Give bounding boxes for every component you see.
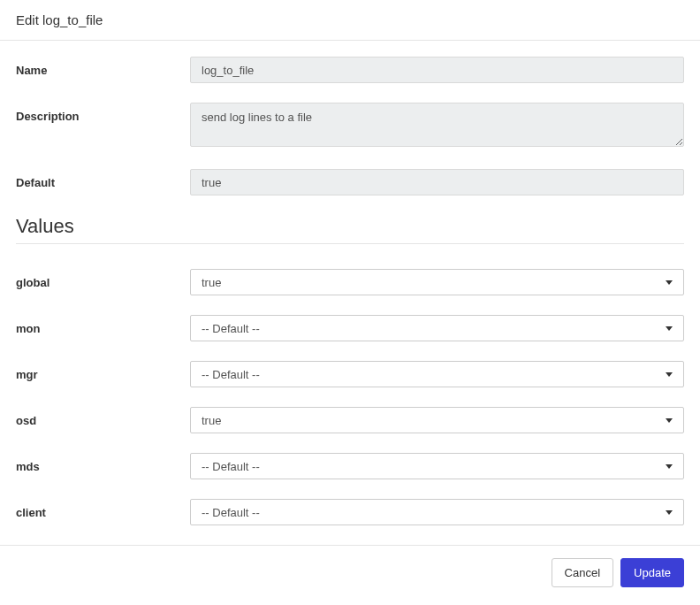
mgr-label: mgr: [16, 361, 190, 381]
cancel-button[interactable]: Cancel: [552, 558, 613, 587]
name-input: [190, 57, 684, 83]
client-select[interactable]: -- Default --: [190, 499, 684, 525]
values-heading: Values: [16, 215, 684, 238]
description-label: Description: [16, 103, 190, 123]
mon-control: -- Default --: [190, 315, 684, 341]
osd-select[interactable]: true: [190, 407, 684, 433]
default-row: Default: [16, 169, 684, 195]
mds-label: mds: [16, 453, 190, 473]
default-label: Default: [16, 169, 190, 189]
mgr-row: mgr -- Default --: [16, 361, 684, 387]
update-button[interactable]: Update: [620, 558, 684, 587]
global-row: global true: [16, 269, 684, 295]
caret-down-icon: [666, 280, 673, 285]
description-row: Description send log lines to a file: [16, 103, 684, 149]
default-input: [190, 169, 684, 195]
global-label: global: [16, 269, 190, 289]
name-control: [190, 57, 684, 83]
name-row: Name: [16, 57, 684, 83]
mgr-control: -- Default --: [190, 361, 684, 387]
mon-label: mon: [16, 315, 190, 335]
mon-select[interactable]: -- Default --: [190, 315, 684, 341]
mds-select[interactable]: -- Default --: [190, 453, 684, 479]
caret-down-icon: [666, 372, 673, 377]
osd-control: true: [190, 407, 684, 433]
mon-row: mon -- Default --: [16, 315, 684, 341]
osd-row: osd true: [16, 407, 684, 433]
mgr-select-value: -- Default --: [202, 368, 666, 381]
mds-row: mds -- Default --: [16, 453, 684, 479]
name-label: Name: [16, 57, 190, 77]
values-divider: [16, 243, 684, 244]
global-select[interactable]: true: [190, 269, 684, 295]
caret-down-icon: [666, 326, 673, 331]
global-control: true: [190, 269, 684, 295]
mgr-select[interactable]: -- Default --: [190, 361, 684, 387]
osd-select-value: true: [202, 414, 666, 427]
mon-select-value: -- Default --: [202, 322, 666, 335]
form-body: Name Description send log lines to a fil…: [0, 41, 700, 525]
description-textarea: send log lines to a file: [190, 103, 684, 147]
global-select-value: true: [202, 276, 666, 289]
dialog-header: Edit log_to_file: [0, 0, 700, 41]
description-control: send log lines to a file: [190, 103, 684, 149]
mds-select-value: -- Default --: [202, 460, 666, 473]
caret-down-icon: [666, 510, 673, 515]
dialog-title: Edit log_to_file: [16, 12, 684, 27]
mds-control: -- Default --: [190, 453, 684, 479]
osd-label: osd: [16, 407, 190, 427]
caret-down-icon: [666, 418, 673, 423]
caret-down-icon: [666, 464, 673, 469]
dialog-footer: Cancel Update: [0, 545, 700, 600]
client-row: client -- Default --: [16, 499, 684, 525]
client-label: client: [16, 499, 190, 519]
client-select-value: -- Default --: [202, 506, 666, 519]
client-control: -- Default --: [190, 499, 684, 525]
default-control: [190, 169, 684, 195]
